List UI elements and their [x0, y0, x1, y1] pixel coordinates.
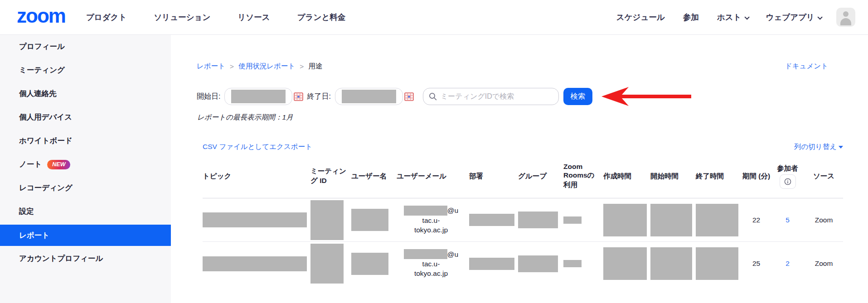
breadcrumb: レポート > 使用状況レポート > 用途 ドキュメント	[171, 35, 868, 71]
sidebar-item-personal-devices[interactable]: 個人用デバイス	[0, 106, 171, 129]
redacted-start-time	[650, 204, 692, 236]
col-start-time: 開始時間	[650, 172, 696, 181]
account-nav: スケジュール 参加 ホスト ウェブアプリ	[616, 12, 821, 23]
export-csv-link[interactable]: CSV ファイルとしてエクスポート	[203, 142, 312, 152]
search-icon	[429, 92, 437, 101]
source-value: Zoom	[805, 260, 843, 268]
col-zoom-rooms: Zoom Roomsの利用	[563, 163, 603, 190]
breadcrumb-separator: >	[230, 63, 234, 71]
search-button[interactable]: 検索	[563, 88, 592, 105]
redacted-email-local	[404, 249, 447, 259]
table-row: @u tac.u- tokyo.ac.jp 25 2 Zoom	[203, 242, 843, 285]
table-row: @u tac.u- tokyo.ac.jp 22 5 Zoom	[203, 198, 843, 242]
sidebar-item-recordings[interactable]: レコーディング	[0, 176, 171, 200]
nav-solutions[interactable]: ソリューション	[154, 12, 210, 23]
breadcrumb-separator: >	[300, 63, 304, 71]
new-badge: NEW	[47, 160, 70, 169]
nav-products[interactable]: プロダクト	[86, 12, 127, 23]
source-value: Zoom	[805, 216, 843, 224]
participants-info-icon[interactable]	[780, 174, 796, 189]
redacted-start-time	[650, 247, 692, 280]
redacted-meeting-id	[310, 244, 344, 284]
nav-host-menu[interactable]: ホスト	[717, 12, 748, 23]
redacted-group	[518, 212, 558, 228]
zoom-logo[interactable]: zoom	[17, 6, 65, 29]
breadcrumb-reports-link[interactable]: レポート	[197, 62, 225, 71]
redacted-department	[469, 258, 514, 270]
documentation-link[interactable]: ドキュメント	[785, 62, 828, 71]
col-end-time: 終了時間	[696, 172, 742, 181]
redacted-topic	[203, 256, 307, 271]
chevron-down-icon	[744, 14, 749, 19]
redacted-zoom-rooms	[563, 216, 582, 224]
max-period-note: レポートの最長表示期間：1月	[197, 113, 868, 122]
chevron-down-icon	[817, 14, 822, 19]
end-date-input[interactable]	[335, 88, 403, 105]
col-created-time: 作成時間	[603, 172, 650, 181]
participants-count-link[interactable]: 5	[786, 216, 790, 224]
zoom-web-portal: zoom プロダクト ソリューション リソース プランと料金 スケジュール 参加…	[0, 0, 868, 303]
toggle-columns-link[interactable]: 列の切り替え	[794, 142, 843, 152]
usage-report-table: トピック ミーティング ID ユーザー名 ユーザーメール 部署 グループ Zoo…	[203, 154, 843, 285]
table-actions-row: CSV ファイルとしてエクスポート 列の切り替え	[203, 142, 843, 152]
col-department: 部署	[469, 172, 518, 181]
nav-resources[interactable]: リソース	[238, 12, 270, 23]
triangle-down-icon	[839, 146, 843, 149]
nav-join[interactable]: 参加	[683, 12, 699, 23]
redacted-group	[518, 255, 558, 272]
redacted-topic	[203, 212, 307, 227]
redacted-end-date	[342, 90, 396, 103]
sidebar-item-notes[interactable]: ノートNEW	[0, 153, 171, 176]
report-filter-bar: 開始日: 終了日:	[197, 88, 868, 105]
user-email-cell: @u tac.u- tokyo.ac.jp	[397, 249, 469, 278]
start-date-input[interactable]	[224, 88, 292, 105]
col-participants: 参加者	[771, 164, 805, 189]
redacted-created-time	[603, 247, 647, 280]
nav-webapp-menu[interactable]: ウェブアプリ	[766, 12, 821, 23]
avatar-person-icon	[843, 11, 849, 17]
start-date-label: 開始日:	[197, 92, 220, 101]
sidebar-item-reports[interactable]: レポート	[0, 225, 171, 246]
sidebar: プロフィール ミーティング 個人連絡先 個人用デバイス ホワイトボード ノートN…	[0, 35, 171, 303]
col-group: グループ	[518, 172, 563, 181]
table-header-row: トピック ミーティング ID ユーザー名 ユーザーメール 部署 グループ Zoo…	[203, 154, 843, 198]
col-user-name: ユーザー名	[351, 172, 397, 181]
breadcrumb-usage-report-link[interactable]: 使用状況レポート	[238, 62, 295, 71]
top-nav: zoom プロダクト ソリューション リソース プランと料金 スケジュール 参加…	[0, 0, 868, 35]
redacted-user-name	[351, 209, 388, 231]
redacted-created-time	[603, 204, 647, 236]
calendar-icon[interactable]	[404, 92, 414, 101]
user-email-cell: @u tac.u- tokyo.ac.jp	[397, 206, 469, 235]
redacted-end-time	[696, 204, 738, 236]
avatar[interactable]	[836, 8, 855, 27]
col-topic: トピック	[203, 172, 310, 181]
meeting-id-search	[423, 88, 559, 105]
col-meeting-id: ミーティング ID	[310, 167, 351, 186]
redacted-meeting-id	[310, 200, 344, 240]
sidebar-item-settings[interactable]: 設定	[0, 200, 171, 223]
main-content: レポート > 使用状況レポート > 用途 ドキュメント 開始日: 終了日:	[171, 35, 868, 303]
sidebar-item-profile[interactable]: プロフィール	[0, 35, 171, 58]
sidebar-item-personal-contacts[interactable]: 個人連絡先	[0, 82, 171, 106]
nav-schedule[interactable]: スケジュール	[616, 12, 665, 23]
duration-value: 22	[742, 216, 771, 224]
end-date-label: 終了日:	[307, 92, 330, 101]
nav-plans-pricing[interactable]: プランと料金	[297, 12, 346, 23]
participants-count-link[interactable]: 2	[786, 260, 790, 268]
col-source: ソース	[805, 172, 843, 181]
sidebar-item-whiteboard[interactable]: ホワイトボード	[0, 129, 171, 153]
col-user-email: ユーザーメール	[397, 172, 469, 181]
redacted-start-date	[231, 90, 286, 103]
sidebar-item-account-profile[interactable]: アカウントプロフィール	[0, 247, 171, 270]
sidebar-item-meetings[interactable]: ミーティング	[0, 58, 171, 82]
redacted-end-time	[696, 247, 738, 280]
redacted-user-name	[351, 253, 388, 275]
search-input[interactable]	[441, 92, 553, 101]
col-duration: 期間 (分)	[742, 172, 771, 181]
primary-nav: プロダクト ソリューション リソース プランと料金	[86, 12, 345, 23]
redacted-email-local	[404, 206, 447, 216]
calendar-icon[interactable]	[294, 92, 303, 101]
redacted-zoom-rooms	[563, 260, 582, 267]
redacted-department	[469, 214, 514, 226]
duration-value: 25	[742, 260, 771, 268]
